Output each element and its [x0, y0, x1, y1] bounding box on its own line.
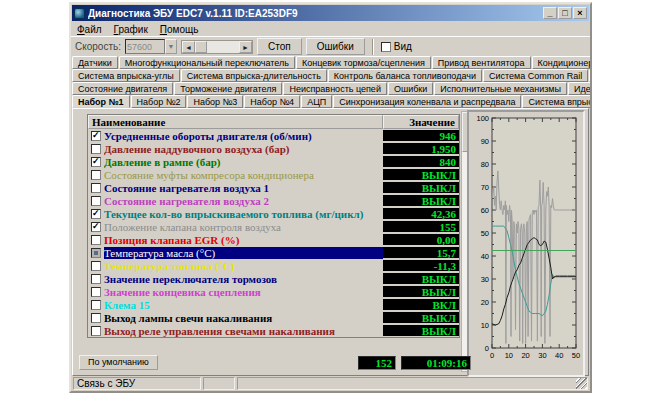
tab-ошибки[interactable]: Ошибки	[388, 82, 433, 95]
tab-многофункциональный-переключатель[interactable]: Многофункциональный переключатель	[119, 56, 295, 69]
table-row[interactable]: Температура топлива (°C)-11,3	[88, 259, 459, 272]
table-row[interactable]: Состояние нагревателя воздуха 2ВЫКЛ	[88, 194, 459, 207]
row-checkbox[interactable]	[91, 157, 101, 167]
tab-система-впрыска-количество[interactable]: Система впрыска-количество	[522, 95, 590, 108]
table-body: Усредненные обороты двигателя (об/мин)94…	[88, 129, 459, 337]
status-connection: Связь с ЭБУ	[73, 377, 201, 390]
tab-привод-вентилятора[interactable]: Привод вентилятора	[432, 56, 531, 69]
row-checkbox[interactable]	[91, 313, 101, 323]
row-checkbox[interactable]	[91, 209, 101, 219]
tab-row-4: Набор №1Набор №2Набор №3Набор №4АЦПСинхр…	[71, 95, 590, 108]
table-row[interactable]: Состояние нагревателя воздуха 1ВЫКЛ	[88, 181, 459, 194]
tab-набор-4[interactable]: Набор №4	[244, 95, 300, 108]
table-row[interactable]: Усредненные обороты двигателя (об/мин)94…	[88, 129, 459, 142]
param-label: Позиция клапана EGR (%)	[104, 234, 383, 246]
row-checkbox[interactable]	[91, 326, 101, 336]
table-row[interactable]: Положение клапана контроля воздуха155	[88, 220, 459, 233]
scroll-left-icon[interactable]: ◄	[182, 41, 195, 53]
tab-row-2: Система впрыска-углыСистема впрыска-длит…	[71, 69, 590, 82]
table-row[interactable]: Выход лампы свечи накаливанияВЫКЛ	[88, 311, 459, 324]
toolbar-separator	[372, 39, 374, 55]
param-value: ВЫКЛ	[383, 325, 459, 337]
errors-button[interactable]: Ошибки	[306, 38, 365, 55]
tab-неисправность-цепей[interactable]: Неисправность цепей	[283, 82, 386, 95]
speed-label: Скорость:	[75, 41, 121, 52]
param-value: ВЫКЛ	[383, 312, 459, 324]
default-button[interactable]: По умолчанию	[79, 355, 158, 370]
tab-идентификация[interactable]: Идентификация	[568, 82, 590, 95]
table-row[interactable]: Позиция клапана EGR (%)0,00	[88, 233, 459, 246]
param-value: ВЫКЛ	[383, 286, 459, 298]
tab-система-common-rail[interactable]: Система Common Rail	[483, 69, 588, 82]
row-checkbox[interactable]	[91, 261, 101, 271]
row-checkbox[interactable]	[91, 196, 101, 206]
row-checkbox[interactable]	[91, 287, 101, 297]
header-name[interactable]: Наименование	[88, 115, 383, 129]
tab-набор-2[interactable]: Набор №2	[131, 95, 187, 108]
app-icon	[74, 8, 85, 19]
tab-синхронизация-коленвала-и-распредвала[interactable]: Синхронизация коленвала и распредвала	[333, 95, 521, 108]
svg-text:90: 90	[481, 137, 489, 146]
table-row[interactable]: Текущее кол-во впрыскиваемого топлива (м…	[88, 207, 459, 220]
tab-набор-3[interactable]: Набор №3	[187, 95, 243, 108]
param-label: Текущее кол-во впрыскиваемого топлива (м…	[104, 208, 383, 220]
tab-состояние-двигателя[interactable]: Состояние двигателя	[72, 82, 173, 95]
session-timer: 01:09:16	[401, 356, 471, 370]
tab-система-впрыска-длительность[interactable]: Система впрыска-длительность	[181, 69, 327, 82]
scroll-right-icon[interactable]: ►	[239, 41, 252, 53]
tab-row-3: Состояние двигателяТорможение двигателяН…	[71, 82, 590, 95]
minimize-button[interactable]: _	[543, 7, 557, 19]
tab-набор-1[interactable]: Набор №1	[72, 95, 130, 108]
maximize-button[interactable]: □	[558, 7, 572, 19]
resize-grip[interactable]	[576, 378, 587, 389]
row-checkbox[interactable]	[91, 183, 101, 193]
tab-датчики[interactable]: Датчики	[72, 56, 118, 69]
combo-dropdown-icon[interactable]: ▼	[165, 39, 177, 54]
tab-row-1: ДатчикиМногофункциональный переключатель…	[71, 56, 590, 69]
svg-text:50: 50	[572, 351, 580, 360]
table-row[interactable]: Значение переключателя тормозовВЫКЛ	[88, 272, 459, 285]
tab-исполнительные-механизмы[interactable]: Исполнительные механизмы	[434, 82, 567, 95]
table-row[interactable]: Состояние муфты компресора кондиционераВ…	[88, 168, 459, 181]
scroll-thumb[interactable]	[195, 41, 207, 53]
row-checkbox[interactable]	[91, 300, 101, 310]
tab-ацп[interactable]: АЦП	[301, 95, 332, 108]
table-row[interactable]: Выход реле управления свечами накаливани…	[88, 324, 459, 337]
tab-концевик-тормоза-сцепления[interactable]: Концевик тормоза/сцепления	[296, 56, 431, 69]
view-checkbox[interactable]	[381, 42, 391, 52]
row-checkbox[interactable]	[91, 170, 101, 180]
row-checkbox[interactable]	[91, 235, 101, 245]
svg-text:10: 10	[505, 351, 513, 360]
row-checkbox[interactable]	[91, 274, 101, 284]
row-checkbox[interactable]	[91, 144, 101, 154]
param-value: -11,3	[383, 260, 459, 272]
svg-text:0: 0	[485, 344, 489, 353]
menu-help[interactable]: Помощь	[160, 24, 199, 35]
row-checkbox[interactable]	[91, 131, 101, 141]
tab-педаль-акселератора[interactable]: Педаль акселератора	[589, 69, 590, 82]
table-row[interactable]: Клема 15ВКЛ	[88, 298, 459, 311]
speed-combobox[interactable]	[125, 39, 165, 54]
param-label: Температура масла (°C)	[104, 247, 383, 259]
window-title: Диагностика ЭБУ EDC7 v.1.11 ID:EA253DF9	[88, 8, 542, 19]
row-checkbox[interactable]	[91, 222, 101, 232]
tab-контроль-баланса-топливоподачи[interactable]: Контроль баланса топливоподачи	[328, 69, 482, 82]
speed-scrollbar[interactable]: ◄ ►	[181, 40, 253, 54]
param-value: 15,7	[383, 247, 459, 259]
row-checkbox[interactable]	[91, 248, 101, 258]
table-row[interactable]: Значение концевика сцепленияВЫКЛ	[88, 285, 459, 298]
title-bar[interactable]: Диагностика ЭБУ EDC7 v.1.11 ID:EA253DF9 …	[72, 5, 589, 21]
table-row[interactable]: Давление наддувочного воздуха (бар)1,950	[88, 142, 459, 155]
tab-торможение-двигателя[interactable]: Торможение двигателя	[174, 82, 282, 95]
scroll-track[interactable]	[207, 41, 239, 53]
stop-button[interactable]: Стоп	[257, 38, 302, 55]
tab-кондиционер[interactable]: Кондиционер	[532, 56, 590, 69]
header-value[interactable]: Значение	[383, 115, 459, 129]
menu-file[interactable]: Файл	[77, 24, 102, 35]
tab-page-content: Наименование Значение Усредненные оборот…	[72, 108, 589, 376]
close-button[interactable]: ×	[573, 7, 587, 19]
table-row[interactable]: Давление в рампе (бар)840	[88, 155, 459, 168]
table-row[interactable]: Температура масла (°C)15,7	[88, 246, 459, 259]
menu-graph[interactable]: График	[114, 24, 148, 35]
tab-система-впрыска-углы[interactable]: Система впрыска-углы	[72, 69, 180, 82]
